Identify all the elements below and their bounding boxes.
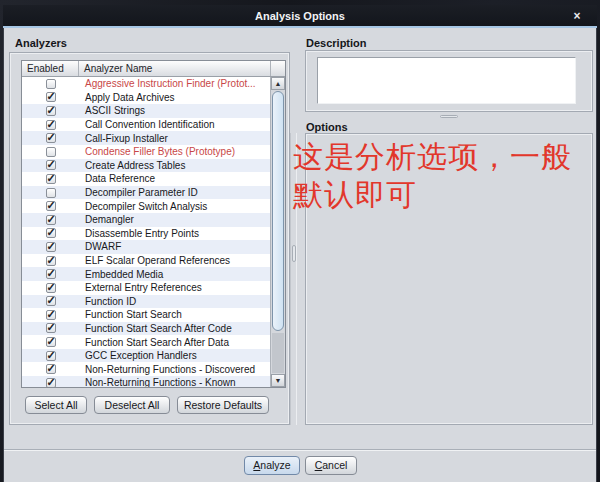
enabled-checkbox[interactable]: [46, 378, 56, 387]
deselect-all-button[interactable]: Deselect All: [94, 396, 170, 414]
cancel-button[interactable]: Cancel: [305, 456, 357, 475]
select-all-button[interactable]: Select All: [25, 396, 87, 414]
enabled-cell: [22, 174, 79, 184]
table-row[interactable]: Call-Fixup Installer: [22, 131, 270, 145]
enabled-cell: [22, 351, 79, 361]
restore-defaults-button[interactable]: Restore Defaults: [177, 396, 269, 414]
column-header-analyzer-name[interactable]: Analyzer Name: [79, 61, 270, 76]
enabled-cell: [22, 256, 79, 266]
description-textarea[interactable]: [317, 57, 576, 104]
enabled-checkbox[interactable]: [46, 120, 56, 130]
table-row[interactable]: Non-Returning Functions - Known: [22, 376, 270, 387]
table-row[interactable]: Decompiler Parameter ID: [22, 186, 270, 200]
table-row[interactable]: Function Start Search: [22, 308, 270, 322]
table-row[interactable]: Function ID: [22, 295, 270, 309]
enabled-checkbox[interactable]: [46, 296, 56, 306]
analyzer-name-label: ELF Scalar Operand References: [79, 255, 230, 266]
table-row[interactable]: Call Convention Identification: [22, 118, 270, 132]
enabled-cell: [22, 296, 79, 306]
table-row[interactable]: Condense Filler Bytes (Prototype): [22, 145, 270, 159]
enabled-checkbox[interactable]: [46, 106, 56, 116]
analyzer-name-label: Aggressive Instruction Finder (Protot...: [79, 78, 256, 89]
scrollbar-track[interactable]: [272, 333, 284, 373]
splitter-handle-icon: [440, 115, 458, 118]
analyzer-name-label: Non-Returning Functions - Discovered: [79, 364, 255, 375]
footer-separator: [4, 449, 596, 451]
enabled-checkbox[interactable]: [46, 323, 56, 333]
enabled-checkbox[interactable]: [46, 92, 56, 102]
enabled-cell: [22, 147, 79, 157]
enabled-cell: [22, 323, 79, 333]
table-row[interactable]: ELF Scalar Operand References: [22, 254, 270, 268]
analyzer-name-label: Function Start Search After Data: [79, 337, 229, 348]
table-row[interactable]: Function Start Search After Code: [22, 322, 270, 336]
table-row[interactable]: Decompiler Switch Analysis: [22, 199, 270, 213]
table-row[interactable]: Disassemble Entry Points: [22, 227, 270, 241]
vertical-scrollbar[interactable]: ▲ ▼: [270, 77, 285, 387]
analyzer-table: Enabled Analyzer Name Aggressive Instruc…: [21, 60, 286, 388]
table-row[interactable]: GCC Exception Handlers: [22, 349, 270, 363]
table-row[interactable]: External Entry References: [22, 281, 270, 295]
analyzer-name-label: Apply Data Archives: [79, 92, 175, 103]
enabled-checkbox[interactable]: [46, 147, 56, 157]
description-section-title: Description: [306, 37, 367, 49]
table-row[interactable]: Non-Returning Functions - Discovered: [22, 362, 270, 376]
analyze-button[interactable]: Analyze: [244, 456, 300, 475]
analyzer-name-label: Function ID: [79, 296, 136, 307]
scroll-up-icon[interactable]: ▲: [271, 77, 285, 90]
enabled-checkbox[interactable]: [46, 201, 56, 211]
table-row[interactable]: Embedded Media: [22, 267, 270, 281]
enabled-cell: [22, 242, 79, 252]
analyzer-name-label: Disassemble Entry Points: [79, 228, 199, 239]
analyzer-name-label: Non-Returning Functions - Known: [79, 377, 236, 387]
enabled-cell: [22, 364, 79, 374]
table-row[interactable]: ASCII Strings: [22, 104, 270, 118]
analyzers-section-title: Analyzers: [15, 37, 67, 49]
enabled-checkbox[interactable]: [46, 133, 56, 143]
analyzer-name-label: ASCII Strings: [79, 105, 145, 116]
table-row[interactable]: Data Reference: [22, 172, 270, 186]
scrollbar-thumb[interactable]: [272, 91, 284, 331]
enabled-checkbox[interactable]: [46, 215, 56, 225]
enabled-checkbox[interactable]: [46, 79, 56, 89]
enabled-cell: [22, 106, 79, 116]
enabled-cell: [22, 92, 79, 102]
enabled-checkbox[interactable]: [46, 351, 56, 361]
analyzer-name-label: Call Convention Identification: [79, 119, 215, 130]
scroll-down-icon[interactable]: ▼: [271, 374, 285, 387]
enabled-checkbox[interactable]: [46, 283, 56, 293]
enabled-checkbox[interactable]: [46, 188, 56, 198]
analyzer-name-label: Call-Fixup Installer: [79, 133, 168, 144]
options-section-title: Options: [306, 121, 348, 133]
table-row[interactable]: Apply Data Archives: [22, 91, 270, 105]
table-row[interactable]: DWARF: [22, 240, 270, 254]
enabled-cell: [22, 310, 79, 320]
enabled-checkbox[interactable]: [46, 174, 56, 184]
enabled-checkbox[interactable]: [46, 228, 56, 238]
column-header-enabled[interactable]: Enabled: [22, 61, 79, 76]
analyzer-name-label: External Entry References: [79, 282, 202, 293]
table-row[interactable]: Aggressive Instruction Finder (Protot...: [22, 77, 270, 91]
enabled-checkbox[interactable]: [46, 269, 56, 279]
analyzer-table-header: Enabled Analyzer Name: [22, 61, 285, 77]
table-row[interactable]: Function Start Search After Data: [22, 335, 270, 349]
analyzer-name-label: DWARF: [79, 241, 121, 252]
table-row[interactable]: Create Address Tables: [22, 159, 270, 173]
enabled-checkbox[interactable]: [46, 337, 56, 347]
horizontal-splitter[interactable]: [305, 113, 593, 119]
enabled-checkbox[interactable]: [46, 242, 56, 252]
enabled-cell: [22, 269, 79, 279]
enabled-cell: [22, 188, 79, 198]
close-icon[interactable]: ×: [569, 8, 585, 24]
analyzer-name-label: Embedded Media: [79, 269, 163, 280]
table-row[interactable]: Demangler: [22, 213, 270, 227]
enabled-checkbox[interactable]: [46, 160, 56, 170]
enabled-checkbox[interactable]: [46, 310, 56, 320]
enabled-cell: [22, 201, 79, 211]
analyzer-name-label: Create Address Tables: [79, 160, 185, 171]
analyzer-name-label: Function Start Search After Code: [79, 323, 232, 334]
enabled-cell: [22, 283, 79, 293]
enabled-cell: [22, 337, 79, 347]
enabled-checkbox[interactable]: [46, 256, 56, 266]
enabled-checkbox[interactable]: [46, 364, 56, 374]
